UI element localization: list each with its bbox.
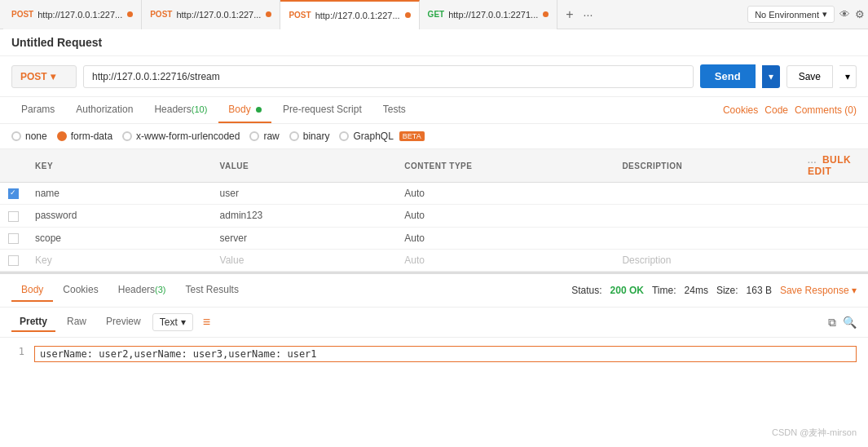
row3-actions (800, 227, 868, 249)
size-label: Size: (716, 285, 738, 296)
resp-tab-testresults[interactable]: Test Results (176, 279, 249, 302)
code-link[interactable]: Code (764, 104, 788, 116)
urlencoded-radio (122, 131, 132, 141)
response-header: Body Cookies Headers(3) Test Results Sta… (0, 274, 868, 308)
method-select[interactable]: POST ▾ (11, 65, 77, 88)
row3-checkbox[interactable] (8, 233, 19, 244)
body-type-formdata[interactable]: form-data (57, 131, 112, 142)
tab-4[interactable]: GET http://127.0.0.1:2271... (420, 0, 558, 29)
row4-checkbox[interactable] (8, 255, 19, 266)
resp-tab-headers[interactable]: Headers(3) (108, 279, 176, 302)
save-button[interactable]: Save (786, 65, 833, 88)
row4-value[interactable]: Value (212, 249, 397, 271)
row3-key[interactable]: scope (27, 227, 212, 249)
format-icon[interactable]: ≡ (203, 315, 210, 330)
response-tabs: Body Cookies Headers(3) Test Results (11, 279, 249, 302)
row4-content-type[interactable]: Auto (396, 249, 614, 271)
row3-description[interactable] (614, 227, 800, 249)
row2-actions (800, 205, 868, 227)
row3-content-type[interactable]: Auto (396, 227, 614, 249)
eye-icon[interactable]: 👁 (839, 8, 850, 20)
raw-radio (249, 131, 259, 141)
row2-checkbox-cell[interactable] (0, 205, 27, 227)
time-value: 24ms (685, 285, 708, 296)
row2-checkbox[interactable] (8, 211, 19, 222)
binary-label: binary (303, 131, 330, 142)
tab-1[interactable]: POST http://127.0.0.1:227... (3, 0, 142, 29)
url-input[interactable] (83, 65, 694, 88)
row4-checkbox-cell[interactable] (0, 249, 27, 271)
status-label: Status: (571, 285, 601, 296)
cookies-link[interactable]: Cookies (723, 104, 758, 116)
nav-right: Cookies Code Comments (0) (723, 104, 857, 116)
method-label: POST (20, 71, 47, 82)
tab-2-dot (266, 11, 271, 17)
row4-actions (800, 249, 868, 271)
send-button[interactable]: Send (700, 64, 756, 88)
row1-value[interactable]: user (212, 183, 397, 205)
body-type-binary[interactable]: binary (289, 131, 330, 142)
gear-icon[interactable]: ⚙ (855, 8, 865, 20)
row1-key[interactable]: name (27, 183, 212, 205)
row1-checkbox-cell[interactable] (0, 183, 27, 205)
tab-3-dot (405, 12, 411, 18)
row1-checkbox[interactable] (8, 188, 19, 199)
row4-key[interactable]: Key (27, 249, 212, 271)
row1-description[interactable] (614, 183, 800, 205)
pretty-tab-pretty[interactable]: Pretty (11, 312, 55, 332)
tab-2[interactable]: POST http://127.0.0.1:227... (142, 0, 280, 29)
row2-value[interactable]: admin123 (212, 205, 397, 227)
tab-tests[interactable]: Tests (373, 97, 416, 123)
row1-content-type[interactable]: Auto (396, 183, 614, 205)
th-description: DESCRIPTION (614, 149, 800, 183)
pretty-tab-raw[interactable]: Raw (59, 312, 95, 332)
row2-content-type[interactable]: Auto (396, 205, 614, 227)
tab-params[interactable]: Params (11, 97, 64, 123)
env-bar: No Environment ▾ 👁 ⚙ (747, 6, 865, 23)
env-select[interactable]: No Environment ▾ (747, 6, 835, 23)
text-format-chevron-icon: ▾ (181, 316, 186, 328)
row4-description[interactable]: Description (614, 249, 800, 271)
body-type-raw[interactable]: raw (249, 131, 279, 142)
env-chevron-icon: ▾ (822, 9, 827, 20)
code-content[interactable]: userName: user2,userName: user3,userName… (34, 346, 857, 362)
tab-headers[interactable]: Headers(10) (144, 97, 217, 123)
comments-link[interactable]: Comments (0) (795, 104, 857, 116)
tab-1-dot (127, 11, 133, 17)
text-format-dropdown[interactable]: Text ▾ (152, 313, 193, 331)
table-row: Key Value Auto Description (0, 249, 868, 271)
urlencoded-label: x-www-form-urlencoded (136, 131, 240, 142)
save-response-button[interactable]: Save Response ▾ (780, 285, 857, 296)
add-tab-button[interactable]: + (566, 7, 573, 22)
resp-tab-body[interactable]: Body (11, 279, 53, 302)
binary-radio (289, 131, 299, 141)
tab-3[interactable]: POST http://127.0.0.1:227... (280, 0, 419, 29)
send-dropdown-button[interactable]: ▾ (762, 65, 780, 88)
tab-4-url: http://127.0.0.1:2271... (448, 10, 538, 20)
more-tabs-button[interactable]: ··· (584, 8, 593, 21)
body-type-none[interactable]: none (11, 131, 47, 142)
tab-actions: + ··· (561, 7, 597, 22)
graphql-beta-badge: BETA (399, 131, 425, 141)
copy-icon[interactable]: ⧉ (828, 316, 836, 330)
tab-body[interactable]: Body (218, 97, 271, 123)
row3-value[interactable]: server (212, 227, 397, 249)
body-type-urlencoded[interactable]: x-www-form-urlencoded (122, 131, 240, 142)
save-dropdown-button[interactable]: ▾ (839, 65, 857, 88)
tab-auth[interactable]: Authorization (66, 97, 143, 123)
body-types: none form-data x-www-form-urlencoded raw… (0, 124, 868, 149)
pretty-tab-preview[interactable]: Preview (98, 312, 149, 332)
none-label: none (25, 131, 47, 142)
code-line-1: 1 userName: user2,userName: user3,userNa… (11, 346, 857, 362)
row2-key[interactable]: password (27, 205, 212, 227)
formdata-label: form-data (71, 131, 112, 142)
tab-3-url: http://127.0.0.1:227... (315, 11, 400, 20)
body-type-graphql[interactable]: GraphQL BETA (339, 131, 424, 142)
pretty-bar: Pretty Raw Preview Text ▾ ≡ ⧉ 🔍 (0, 308, 868, 338)
tab-prerequest[interactable]: Pre-request Script (273, 97, 372, 123)
search-icon[interactable]: 🔍 (843, 316, 857, 330)
formdata-radio (57, 131, 67, 141)
row2-description[interactable] (614, 205, 800, 227)
resp-tab-cookies[interactable]: Cookies (53, 279, 108, 302)
row3-checkbox-cell[interactable] (0, 227, 27, 249)
